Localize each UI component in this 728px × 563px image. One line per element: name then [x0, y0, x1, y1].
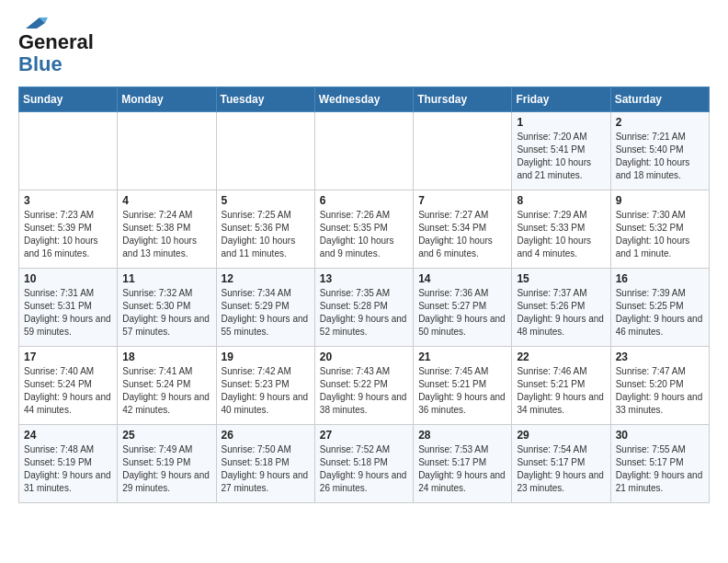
- calendar-day-28: 28Sunrise: 7:53 AM Sunset: 5:17 PM Dayli…: [414, 425, 512, 503]
- day-info: Sunrise: 7:42 AM Sunset: 5:23 PM Dayligh…: [222, 365, 310, 417]
- calendar-table: SundayMondayTuesdayWednesdayThursdayFrid…: [18, 86, 710, 503]
- day-header-saturday: Saturday: [610, 87, 709, 112]
- day-number: 22: [517, 350, 605, 363]
- calendar-day-30: 30Sunrise: 7:55 AM Sunset: 5:17 PM Dayli…: [610, 425, 709, 503]
- day-info: Sunrise: 7:34 AM Sunset: 5:29 PM Dayligh…: [222, 287, 310, 339]
- day-number: 6: [320, 194, 408, 207]
- day-number: 18: [122, 350, 210, 363]
- day-info: Sunrise: 7:50 AM Sunset: 5:18 PM Dayligh…: [222, 443, 310, 495]
- day-info: Sunrise: 7:48 AM Sunset: 5:19 PM Dayligh…: [24, 443, 112, 495]
- day-info: Sunrise: 7:35 AM Sunset: 5:28 PM Dayligh…: [320, 287, 408, 339]
- day-number: 16: [616, 272, 704, 285]
- calendar-week-3: 10Sunrise: 7:31 AM Sunset: 5:31 PM Dayli…: [19, 269, 710, 347]
- calendar-week-4: 17Sunrise: 7:40 AM Sunset: 5:24 PM Dayli…: [19, 347, 710, 425]
- calendar-day-24: 24Sunrise: 7:48 AM Sunset: 5:19 PM Dayli…: [19, 425, 118, 503]
- day-number: 20: [320, 350, 408, 363]
- calendar-day-11: 11Sunrise: 7:32 AM Sunset: 5:30 PM Dayli…: [118, 269, 216, 347]
- day-info: Sunrise: 7:54 AM Sunset: 5:17 PM Dayligh…: [517, 443, 605, 495]
- day-number: 12: [222, 272, 310, 285]
- day-number: 15: [517, 272, 605, 285]
- calendar-day-27: 27Sunrise: 7:52 AM Sunset: 5:18 PM Dayli…: [314, 425, 413, 503]
- empty-cell: [216, 112, 314, 190]
- calendar-day-13: 13Sunrise: 7:35 AM Sunset: 5:28 PM Dayli…: [314, 269, 413, 347]
- header: General Blue: [18, 15, 710, 75]
- calendar-day-21: 21Sunrise: 7:45 AM Sunset: 5:21 PM Dayli…: [414, 347, 512, 425]
- day-info: Sunrise: 7:29 AM Sunset: 5:33 PM Dayligh…: [517, 209, 605, 260]
- day-info: Sunrise: 7:32 AM Sunset: 5:30 PM Dayligh…: [122, 287, 210, 339]
- calendar-day-14: 14Sunrise: 7:36 AM Sunset: 5:27 PM Dayli…: [414, 269, 512, 347]
- day-info: Sunrise: 7:53 AM Sunset: 5:17 PM Dayligh…: [418, 443, 506, 495]
- day-number: 11: [122, 272, 210, 285]
- day-info: Sunrise: 7:24 AM Sunset: 5:38 PM Dayligh…: [122, 209, 210, 260]
- day-info: Sunrise: 7:46 AM Sunset: 5:21 PM Dayligh…: [517, 365, 605, 417]
- day-header-monday: Monday: [118, 87, 216, 112]
- day-header-friday: Friday: [512, 87, 610, 112]
- calendar-day-25: 25Sunrise: 7:49 AM Sunset: 5:19 PM Dayli…: [118, 425, 216, 503]
- day-number: 10: [24, 272, 112, 285]
- day-info: Sunrise: 7:40 AM Sunset: 5:24 PM Dayligh…: [24, 365, 112, 417]
- calendar-day-17: 17Sunrise: 7:40 AM Sunset: 5:24 PM Dayli…: [19, 347, 118, 425]
- day-info: Sunrise: 7:30 AM Sunset: 5:32 PM Dayligh…: [616, 209, 704, 260]
- day-info: Sunrise: 7:52 AM Sunset: 5:18 PM Dayligh…: [320, 443, 408, 495]
- day-header-thursday: Thursday: [414, 87, 512, 112]
- calendar-week-1: 1Sunrise: 7:20 AM Sunset: 5:41 PM Daylig…: [19, 112, 710, 190]
- calendar-day-2: 2Sunrise: 7:21 AM Sunset: 5:40 PM Daylig…: [610, 112, 709, 190]
- day-info: Sunrise: 7:36 AM Sunset: 5:27 PM Dayligh…: [418, 287, 506, 339]
- day-number: 19: [222, 350, 310, 363]
- calendar-day-3: 3Sunrise: 7:23 AM Sunset: 5:39 PM Daylig…: [19, 190, 118, 269]
- calendar-day-18: 18Sunrise: 7:41 AM Sunset: 5:24 PM Dayli…: [118, 347, 216, 425]
- day-number: 27: [320, 429, 408, 442]
- calendar-day-23: 23Sunrise: 7:47 AM Sunset: 5:20 PM Dayli…: [610, 347, 709, 425]
- calendar-day-20: 20Sunrise: 7:43 AM Sunset: 5:22 PM Dayli…: [314, 347, 413, 425]
- day-info: Sunrise: 7:20 AM Sunset: 5:41 PM Dayligh…: [517, 131, 605, 182]
- day-number: 1: [517, 116, 605, 129]
- day-number: 13: [320, 272, 408, 285]
- calendar-day-15: 15Sunrise: 7:37 AM Sunset: 5:26 PM Dayli…: [512, 269, 610, 347]
- calendar-day-29: 29Sunrise: 7:54 AM Sunset: 5:17 PM Dayli…: [512, 425, 610, 503]
- logo-blue: Blue: [18, 52, 63, 75]
- page: General Blue SundayMondayTuesdayWednesda…: [0, 0, 728, 522]
- calendar-day-4: 4Sunrise: 7:24 AM Sunset: 5:38 PM Daylig…: [118, 190, 216, 269]
- calendar-header-row: SundayMondayTuesdayWednesdayThursdayFrid…: [19, 87, 710, 112]
- calendar-day-10: 10Sunrise: 7:31 AM Sunset: 5:31 PM Dayli…: [19, 269, 118, 347]
- day-info: Sunrise: 7:45 AM Sunset: 5:21 PM Dayligh…: [418, 365, 506, 417]
- day-info: Sunrise: 7:55 AM Sunset: 5:17 PM Dayligh…: [616, 443, 704, 495]
- logo-general: General: [18, 30, 94, 53]
- calendar-day-7: 7Sunrise: 7:27 AM Sunset: 5:34 PM Daylig…: [414, 190, 512, 269]
- day-number: 7: [418, 194, 506, 207]
- calendar-day-22: 22Sunrise: 7:46 AM Sunset: 5:21 PM Dayli…: [512, 347, 610, 425]
- day-info: Sunrise: 7:31 AM Sunset: 5:31 PM Dayligh…: [24, 287, 112, 339]
- logo-icon: [20, 15, 48, 31]
- day-number: 2: [616, 116, 704, 129]
- empty-cell: [118, 112, 216, 190]
- day-number: 26: [222, 429, 310, 442]
- empty-cell: [414, 112, 512, 190]
- day-info: Sunrise: 7:39 AM Sunset: 5:25 PM Dayligh…: [616, 287, 704, 339]
- day-info: Sunrise: 7:41 AM Sunset: 5:24 PM Dayligh…: [122, 365, 210, 417]
- calendar-day-5: 5Sunrise: 7:25 AM Sunset: 5:36 PM Daylig…: [216, 190, 314, 269]
- logo: General Blue: [18, 15, 94, 75]
- day-info: Sunrise: 7:23 AM Sunset: 5:39 PM Dayligh…: [24, 209, 112, 260]
- day-info: Sunrise: 7:26 AM Sunset: 5:35 PM Dayligh…: [320, 209, 408, 260]
- day-number: 29: [517, 429, 605, 442]
- day-info: Sunrise: 7:43 AM Sunset: 5:22 PM Dayligh…: [320, 365, 408, 417]
- day-number: 24: [24, 429, 112, 442]
- calendar-week-2: 3Sunrise: 7:23 AM Sunset: 5:39 PM Daylig…: [19, 190, 710, 269]
- day-info: Sunrise: 7:27 AM Sunset: 5:34 PM Dayligh…: [418, 209, 506, 260]
- day-number: 25: [122, 429, 210, 442]
- calendar-week-5: 24Sunrise: 7:48 AM Sunset: 5:19 PM Dayli…: [19, 425, 710, 503]
- calendar-day-6: 6Sunrise: 7:26 AM Sunset: 5:35 PM Daylig…: [314, 190, 413, 269]
- day-number: 21: [418, 350, 506, 363]
- day-number: 9: [616, 194, 704, 207]
- calendar-day-19: 19Sunrise: 7:42 AM Sunset: 5:23 PM Dayli…: [216, 347, 314, 425]
- day-number: 3: [24, 194, 112, 207]
- calendar-day-16: 16Sunrise: 7:39 AM Sunset: 5:25 PM Dayli…: [610, 269, 709, 347]
- calendar-day-12: 12Sunrise: 7:34 AM Sunset: 5:29 PM Dayli…: [216, 269, 314, 347]
- day-number: 23: [616, 350, 704, 363]
- calendar-day-1: 1Sunrise: 7:20 AM Sunset: 5:41 PM Daylig…: [512, 112, 610, 190]
- day-header-sunday: Sunday: [19, 87, 118, 112]
- day-number: 4: [122, 194, 210, 207]
- day-number: 17: [24, 350, 112, 363]
- day-info: Sunrise: 7:21 AM Sunset: 5:40 PM Dayligh…: [616, 131, 704, 182]
- calendar-day-8: 8Sunrise: 7:29 AM Sunset: 5:33 PM Daylig…: [512, 190, 610, 269]
